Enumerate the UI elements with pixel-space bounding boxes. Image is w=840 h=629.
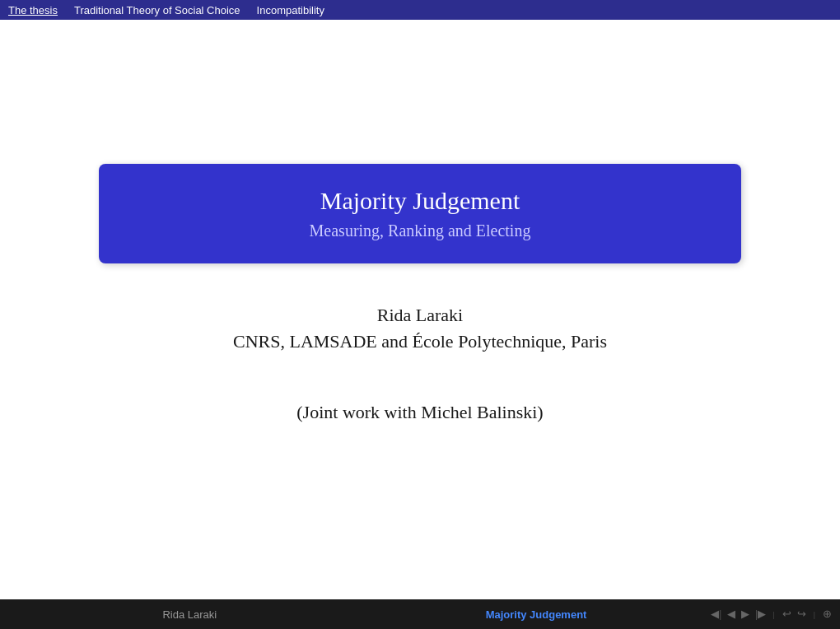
bottom-title: Majority Judgement [363, 608, 710, 621]
joint-work-section: (Joint work with Michel Balinski) [296, 402, 543, 423]
author-name: Rida Laraki [233, 305, 607, 326]
nav-prev-icon[interactable]: ◀ [726, 608, 737, 621]
bottom-bar-inner: Rida Laraki Majority Judgement ◀| ◀ ▶ |▶… [0, 599, 840, 629]
author-section: Rida Laraki CNRS, LAMSADE and École Poly… [233, 305, 607, 352]
author-affiliation: CNRS, LAMSADE and École Polytechnique, P… [233, 331, 607, 352]
nav-prev-prev-icon[interactable]: ◀| [709, 608, 723, 621]
bottom-bar: Rida Laraki Majority Judgement ◀| ◀ ▶ |▶… [0, 599, 840, 629]
nav-next-next-icon[interactable]: |▶ [754, 608, 768, 621]
nav-item-traditional[interactable]: Traditional Theory of Social Choice [74, 4, 240, 16]
top-navigation: The thesis Traditional Theory of Social … [0, 0, 840, 20]
nav-next-icon[interactable]: ▶ [740, 608, 751, 621]
title-box: Majority Judgement Measuring, Ranking an… [99, 164, 741, 263]
nav-forward-icon[interactable]: ↪ [796, 608, 808, 621]
nav-item-thesis[interactable]: The thesis [8, 4, 58, 16]
joint-work-text: (Joint work with Michel Balinski) [296, 402, 543, 423]
slide-main-title: Majority Judgement [148, 187, 692, 215]
bottom-author: Rida Laraki [0, 608, 363, 621]
slide-subtitle: Measuring, Ranking and Electing [148, 221, 692, 240]
bottom-nav-icons: ◀| ◀ ▶ |▶ | ↩ ↪ | ⊕ [709, 608, 840, 621]
zoom-icon[interactable]: ⊕ [821, 608, 833, 621]
slide-content: Majority Judgement Measuring, Ranking an… [82, 164, 758, 423]
slide-area: Majority Judgement Measuring, Ranking an… [0, 20, 840, 599]
nav-back-icon[interactable]: ↩ [781, 608, 793, 621]
nav-item-incompatibility[interactable]: Incompatibility [257, 4, 324, 16]
